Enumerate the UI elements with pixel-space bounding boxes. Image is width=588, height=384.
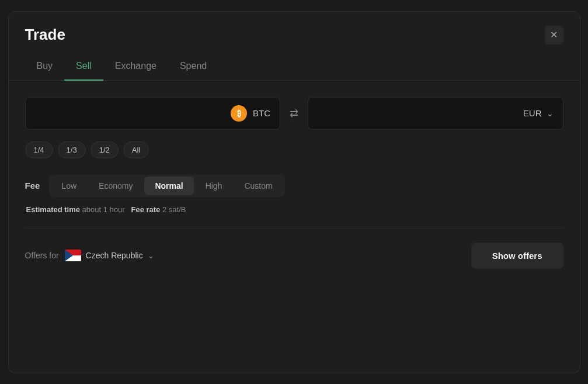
- fee-section: Fee Low Economy Normal High Custom Estim…: [25, 175, 563, 214]
- offers-left: Offers for Czech Republic ⌄: [25, 250, 154, 261]
- fee-info: Estimated time about 1 hour Fee rate 2 s…: [25, 205, 563, 214]
- show-offers-button[interactable]: Show offers: [471, 243, 563, 269]
- estimated-time-label: Estimated time: [26, 205, 80, 214]
- country-selector[interactable]: Czech Republic ⌄: [65, 250, 154, 261]
- btc-amount-input[interactable]: [35, 108, 225, 119]
- tab-spend[interactable]: Spend: [168, 54, 218, 81]
- divider: [25, 228, 563, 229]
- fee-rate-value: 2 sat/B: [162, 205, 186, 214]
- fiat-right: EUR ⌄: [523, 108, 554, 118]
- country-name: Czech Republic: [86, 251, 143, 260]
- fee-option-low[interactable]: Low: [51, 177, 87, 195]
- fraction-btn-all[interactable]: All: [123, 141, 149, 158]
- tab-sell[interactable]: Sell: [64, 54, 103, 81]
- fee-label: Fee: [25, 181, 40, 191]
- fraction-btn-half[interactable]: 1/2: [91, 141, 119, 158]
- tab-exchange[interactable]: Exchange: [103, 54, 168, 81]
- fee-option-normal[interactable]: Normal: [144, 177, 193, 195]
- modal-overlay: Trade ✕ Buy Sell Exchange Spend ₿ BTC ⇄: [0, 0, 588, 384]
- btc-icon: ₿: [231, 105, 247, 122]
- country-chevron-icon: ⌄: [148, 251, 154, 260]
- fraction-btn-third[interactable]: 1/3: [58, 141, 86, 158]
- offers-row: Offers for Czech Republic ⌄ Show offers: [25, 243, 563, 269]
- currency-dropdown-chevron[interactable]: ⌄: [547, 109, 554, 118]
- modal-header: Trade ✕: [9, 12, 580, 54]
- tabs-container: Buy Sell Exchange Spend: [9, 54, 580, 81]
- modal-body: ₿ BTC ⇄ EUR ⌄ 1/4 1/3 1/2: [9, 81, 580, 283]
- fraction-btn-quarter[interactable]: 1/4: [25, 141, 53, 158]
- trade-modal: Trade ✕ Buy Sell Exchange Spend ₿ BTC ⇄: [8, 11, 580, 373]
- eur-amount-input[interactable]: [318, 108, 523, 119]
- eur-currency-label: EUR: [523, 108, 542, 118]
- fee-row: Fee Low Economy Normal High Custom: [25, 175, 563, 197]
- czech-flag-icon: [65, 250, 81, 261]
- eur-input-container: EUR ⌄: [308, 97, 563, 130]
- tab-buy[interactable]: Buy: [25, 54, 65, 81]
- exchange-row: ₿ BTC ⇄ EUR ⌄: [25, 97, 563, 130]
- fraction-row: 1/4 1/3 1/2 All: [25, 141, 563, 158]
- modal-title: Trade: [25, 26, 65, 44]
- fee-option-high[interactable]: High: [195, 177, 233, 195]
- offers-for-label: Offers for: [25, 251, 59, 260]
- fee-option-economy[interactable]: Economy: [88, 177, 143, 195]
- swap-icon[interactable]: ⇄: [290, 107, 298, 120]
- fee-options-group: Low Economy Normal High Custom: [49, 175, 284, 197]
- estimated-time-value: about 1 hour: [82, 205, 125, 214]
- btc-currency-label: BTC: [253, 108, 270, 118]
- btc-input-container: ₿ BTC: [25, 97, 281, 130]
- close-button[interactable]: ✕: [545, 26, 563, 44]
- fee-rate-label: Fee rate: [131, 205, 160, 214]
- fee-option-custom[interactable]: Custom: [234, 177, 283, 195]
